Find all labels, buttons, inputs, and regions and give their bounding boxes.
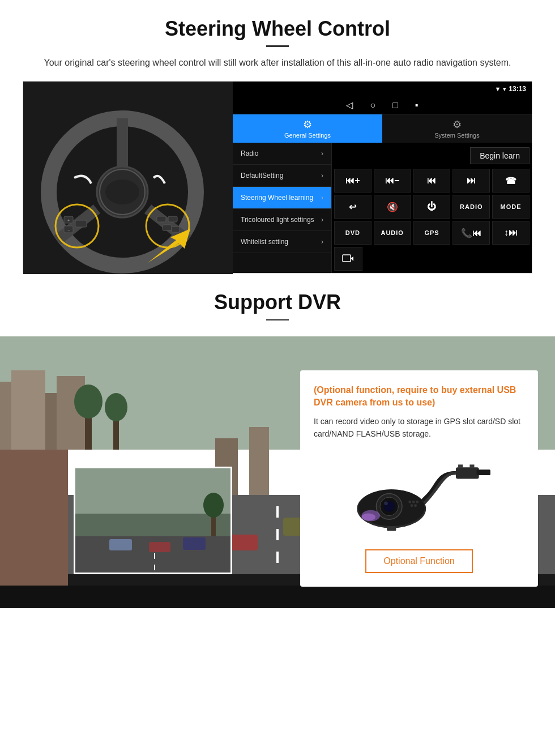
dvr-camera-illustration <box>314 450 524 540</box>
back-nav-icon[interactable]: ◁ <box>346 100 353 110</box>
menu-item-default-setting[interactable]: DefaultSetting › <box>233 165 331 187</box>
chevron-icon: › <box>321 150 323 157</box>
android-content: Radio › DefaultSetting › Steering Wheel … <box>233 143 532 273</box>
dvr-description: It can record video only to storage in G… <box>314 415 524 441</box>
dvd-button[interactable]: DVD <box>334 221 372 245</box>
optional-function-button[interactable]: Optional Function <box>365 549 472 573</box>
chevron-icon: › <box>321 172 323 180</box>
svg-rect-54 <box>469 464 474 468</box>
svg-rect-14 <box>75 220 87 227</box>
menu-item-whitelist[interactable]: Whitelist setting › <box>233 231 331 253</box>
menu-item-tricoloured[interactable]: Tricoloured light settings › <box>233 209 331 231</box>
svg-rect-55 <box>477 469 490 475</box>
menu-nav-icon[interactable]: ▪ <box>415 100 419 110</box>
svg-rect-41 <box>0 450 68 608</box>
audio-button[interactable]: AUDIO <box>374 221 411 245</box>
svg-rect-48 <box>149 542 170 552</box>
svg-rect-42 <box>0 586 555 608</box>
dvr-divider <box>266 319 289 321</box>
tab-general-settings[interactable]: ⚙ General Settings <box>233 114 382 143</box>
svg-rect-69 <box>387 526 396 531</box>
home-nav-icon[interactable]: ○ <box>370 100 375 110</box>
dvr-title: Support DVR <box>0 291 555 314</box>
control-row-2: ↩ 🔇 ⏻ RADIO MODE <box>334 195 530 219</box>
signal-icon: ▼ <box>494 86 501 92</box>
steering-section: Steering Wheel Control Your original car… <box>0 0 555 274</box>
steering-content-area: + − ▼ ▾ <box>23 81 532 274</box>
steering-wheel-image: + − <box>23 82 233 274</box>
svg-rect-49 <box>183 537 206 550</box>
menu-list: Radio › DefaultSetting › Steering Wheel … <box>233 143 332 273</box>
svg-point-65 <box>411 504 413 507</box>
power-button[interactable]: ⏻ <box>413 195 451 219</box>
chevron-icon: › <box>321 216 323 224</box>
wifi-icon: ▾ <box>503 86 506 93</box>
prev-button[interactable]: ⏮ <box>413 169 451 193</box>
recents-nav-icon[interactable]: □ <box>392 100 398 110</box>
menu-item-radio[interactable]: Radio › <box>233 143 331 165</box>
svg-point-28 <box>74 385 103 418</box>
svg-rect-18 <box>172 227 180 232</box>
begin-learn-button[interactable]: Begin learn <box>470 147 530 164</box>
svg-point-68 <box>361 513 375 520</box>
call-button[interactable]: ☎ <box>492 169 530 193</box>
android-status-bar: ▼ ▾ 13:13 <box>233 82 532 97</box>
call-prev-button[interactable]: 📞⏮ <box>452 221 490 245</box>
svg-point-51 <box>203 493 224 518</box>
dvr-info-card: (Optional function, require to buy exter… <box>300 370 538 587</box>
control-grid: Begin learn ⏮+ ⏮− ⏮ ⏭ ☎ ↩ 🔇 ⏻ <box>332 143 532 273</box>
dvr-section: Support DVR <box>0 274 555 647</box>
system-settings-icon: ⚙ <box>452 118 462 131</box>
svg-point-66 <box>414 504 417 507</box>
control-row-4 <box>334 247 530 271</box>
general-settings-label: General Settings <box>284 132 331 139</box>
dvr-inset-screenshot <box>74 467 232 574</box>
radio-button[interactable]: RADIO <box>452 195 490 219</box>
menu-item-steering-wheel[interactable]: Steering Wheel learning › <box>233 187 331 209</box>
control-row-1: ⏮+ ⏮− ⏮ ⏭ ☎ <box>334 169 530 193</box>
svg-point-61 <box>384 501 388 505</box>
dvr-title-area: Support DVR <box>0 274 555 336</box>
svg-rect-53 <box>458 464 463 468</box>
system-settings-label: System Settings <box>434 132 479 139</box>
svg-text:−: − <box>67 228 70 232</box>
svg-point-7 <box>105 180 139 204</box>
begin-learn-row: Begin learn <box>334 145 530 166</box>
status-time: 13:13 <box>509 85 526 93</box>
swap-next-button[interactable]: ↕⏭ <box>492 221 530 245</box>
steering-title: Steering Wheel Control <box>23 17 532 41</box>
svg-point-63 <box>412 500 415 503</box>
vol-up-button[interactable]: ⏮+ <box>334 169 372 193</box>
android-nav-bar: ◁ ○ □ ▪ <box>233 97 532 114</box>
tab-system-settings[interactable]: ⚙ System Settings <box>382 114 532 143</box>
hangup-button[interactable]: ↩ <box>334 195 372 219</box>
dvr-scene: (Optional function, require to buy exter… <box>0 336 555 608</box>
gps-button[interactable]: GPS <box>413 221 451 245</box>
svg-text:+: + <box>67 219 70 223</box>
dvr-icon-button[interactable] <box>334 247 362 271</box>
steering-description: Your original car's steering wheel contr… <box>34 56 521 70</box>
vol-down-button[interactable]: ⏮− <box>374 169 411 193</box>
svg-rect-16 <box>168 216 177 222</box>
svg-point-64 <box>416 500 419 503</box>
svg-rect-47 <box>109 539 132 550</box>
control-row-3: DVD AUDIO GPS 📞⏮ ↕⏭ <box>334 221 530 245</box>
svg-point-30 <box>105 393 127 421</box>
android-tabs: ⚙ General Settings ⚙ System Settings <box>233 114 532 143</box>
svg-rect-24 <box>11 370 45 450</box>
svg-rect-39 <box>249 427 269 495</box>
dvr-optional-text: (Optional function, require to buy exter… <box>314 384 524 409</box>
chevron-icon: › <box>321 238 323 246</box>
next-button[interactable]: ⏭ <box>452 169 490 193</box>
android-panel: ▼ ▾ 13:13 ◁ ○ □ ▪ ⚙ General Settings ⚙ <box>233 82 532 273</box>
title-divider <box>266 45 289 47</box>
svg-rect-17 <box>163 225 172 230</box>
chevron-icon: › <box>321 194 323 202</box>
mode-button[interactable]: MODE <box>492 195 530 219</box>
mute-button[interactable]: 🔇 <box>374 195 411 219</box>
svg-point-62 <box>408 500 411 503</box>
general-settings-icon: ⚙ <box>303 118 312 131</box>
svg-rect-20 <box>343 255 351 262</box>
svg-rect-15 <box>157 216 166 222</box>
svg-rect-52 <box>456 467 479 479</box>
